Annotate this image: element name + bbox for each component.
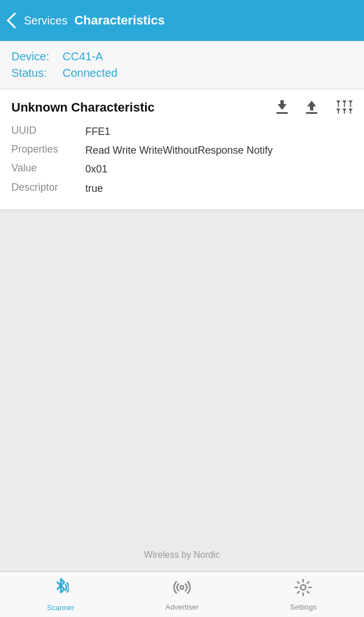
characteristic-section: Unknown Characteristic: [0, 89, 364, 210]
status-label: Status:: [11, 67, 63, 80]
descriptor-label: Descriptor: [11, 182, 85, 196]
svg-point-16: [180, 586, 184, 589]
download-icon: [273, 98, 291, 117]
device-label: Device:: [11, 50, 63, 63]
advertiser-icon: [173, 578, 191, 600]
characteristic-header: Unknown Characteristic: [11, 98, 353, 117]
page-title: Characteristics: [75, 13, 165, 28]
svg-rect-7: [338, 111, 339, 114]
back-button[interactable]: Services: [9, 14, 68, 27]
bluetooth-icon: [53, 578, 69, 601]
characteristic-name: Unknown Characteristic: [11, 100, 155, 115]
svg-rect-15: [350, 111, 351, 114]
properties-value: Read Write WriteWithoutResponse Notify: [85, 143, 353, 158]
value-label: Value: [11, 162, 85, 176]
download-button[interactable]: [273, 98, 291, 117]
device-info-section: Device: CC41-A Status: Connected: [0, 41, 364, 89]
properties-row: Properties Read Write WriteWithoutRespon…: [11, 143, 353, 158]
svg-rect-9: [344, 103, 345, 107]
device-name-row: Device: CC41-A: [11, 50, 353, 63]
tab-bar: Scanner Advertiser Settings: [0, 571, 364, 617]
tab-scanner-label: Scanner: [47, 603, 74, 612]
settings-icon: [294, 578, 312, 600]
status-value: Connected: [63, 67, 118, 80]
svg-point-17: [301, 585, 306, 590]
svg-rect-5: [338, 103, 339, 107]
svg-marker-3: [307, 101, 316, 110]
svg-rect-2: [306, 112, 317, 114]
svg-marker-1: [278, 100, 287, 110]
upload-button[interactable]: [303, 98, 321, 117]
properties-label: Properties: [11, 143, 85, 158]
value-row: Value 0x01: [11, 162, 353, 176]
chevron-left-icon: [7, 13, 23, 28]
descriptor-value: true: [85, 182, 353, 196]
value-value: 0x01: [85, 162, 353, 176]
uuid-label: UUID: [11, 125, 85, 139]
upload-icon: [303, 98, 321, 117]
notify-icon: [332, 98, 353, 117]
svg-rect-0: [276, 112, 288, 114]
tab-advertiser-label: Advertiser: [166, 603, 199, 611]
svg-rect-11: [344, 111, 345, 114]
uuid-row: UUID FFE1: [11, 125, 353, 139]
uuid-value: FFE1: [85, 125, 353, 139]
back-label: Services: [24, 14, 68, 27]
device-name: CC41-A: [63, 50, 103, 63]
svg-rect-13: [350, 103, 351, 107]
tab-settings-label: Settings: [290, 603, 317, 611]
footer-text: Wireless by Nordic: [144, 550, 220, 560]
tab-advertiser[interactable]: Advertiser: [121, 572, 242, 617]
notify-button[interactable]: [332, 98, 353, 117]
action-buttons: [273, 98, 353, 117]
device-status-row: Status: Connected: [11, 67, 353, 80]
descriptor-row: Descriptor true: [11, 182, 353, 196]
tab-settings[interactable]: Settings: [243, 572, 364, 617]
tab-scanner[interactable]: Scanner: [0, 572, 121, 617]
main-content: Wireless by Nordic: [0, 210, 364, 571]
header: Services Characteristics: [0, 0, 364, 41]
